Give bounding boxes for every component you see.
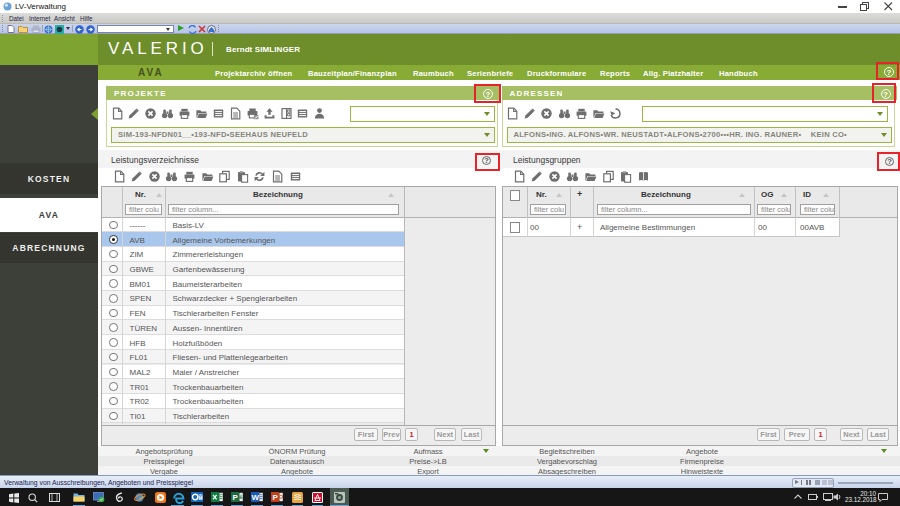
svg-text:P: P (272, 493, 278, 502)
svg-text:P: P (232, 493, 238, 502)
svg-text:W: W (252, 493, 260, 502)
